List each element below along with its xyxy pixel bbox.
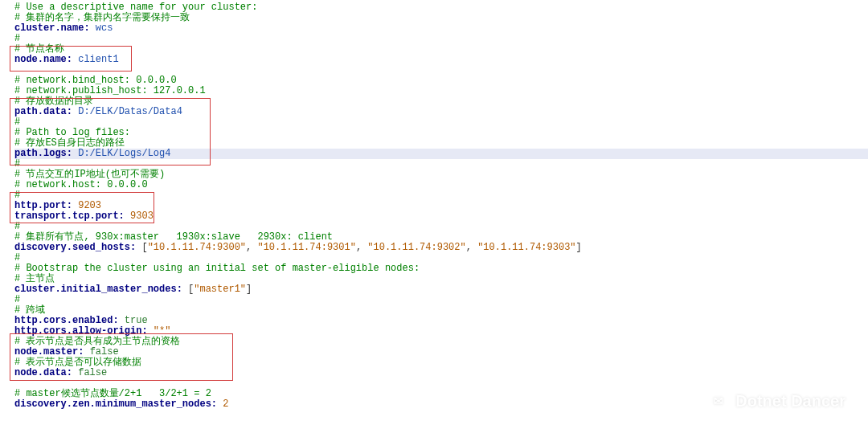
code-line: # 节点名称 xyxy=(14,44,868,55)
list-item: "10.1.11.74:9300" xyxy=(148,242,246,253)
code-line: # network.host: 0.0.0.0 xyxy=(14,180,868,190)
config-key: node.data: xyxy=(14,367,72,378)
config-editor: # Use a descriptive name for your cluste… xyxy=(0,0,868,410)
code-line: # Path to log files: xyxy=(14,128,868,138)
comment-text: # 存放ES自身日志的路径 xyxy=(14,137,125,149)
comment-text: # Use a descriptive name for your cluste… xyxy=(14,2,257,13)
config-value: 2 xyxy=(223,398,228,410)
list-item: "10.1.11.74:9303" xyxy=(477,242,575,253)
code-line: # xyxy=(14,117,868,128)
code-line: cluster.initial_master_nodes: ["master1"… xyxy=(14,284,868,295)
config-value: 9303 xyxy=(130,210,154,222)
comment-text: # 表示节点是否具有成为主节点的资格 xyxy=(14,336,180,347)
code-line: node.master: false xyxy=(14,347,868,358)
config-key: discovery.seed_hosts: xyxy=(14,242,136,253)
config-key: node.name: xyxy=(14,54,72,65)
comment-text: # network.host: 0.0.0.0 xyxy=(14,179,148,190)
comment-text: # xyxy=(14,33,20,44)
config-value: "*" xyxy=(154,325,171,337)
comment-text: # xyxy=(14,116,20,128)
code-line: # 集群的名字，集群内名字需要保持一致 xyxy=(14,13,868,23)
comment-text: # 集群所有节点, 930x:master 1930x:slave 2930x:… xyxy=(14,231,333,243)
comment-text: # xyxy=(14,294,20,305)
comment-text: # network.bind_host: 0.0.0.0 xyxy=(14,75,177,86)
code-line: node.name: client1 xyxy=(14,55,868,65)
config-key: http.cors.allow-origin: xyxy=(14,325,148,337)
list-item: "10.1.11.74:9301" xyxy=(257,242,355,253)
config-key: node.master: xyxy=(14,346,84,358)
config-key: path.logs: xyxy=(14,148,72,159)
comment-text: # 节点名称 xyxy=(14,43,64,55)
comment-text: # Path to log files: xyxy=(14,127,130,138)
code-line: discovery.seed_hosts: ["10.1.11.74:9300"… xyxy=(14,243,868,253)
code-line: # xyxy=(14,34,868,44)
config-key: cluster.name: xyxy=(14,22,90,34)
code-line: # xyxy=(14,190,868,201)
config-key: http.port: xyxy=(14,200,72,211)
list-item: "10.1.11.74:9302" xyxy=(367,242,465,253)
config-key: discovery.zen.minimum_master_nodes: xyxy=(14,398,217,410)
comment-text: # 表示节点是否可以存储数据 xyxy=(14,357,141,368)
code-line: # network.publish_host: 127.0.0.1 xyxy=(14,86,868,96)
config-value: false xyxy=(90,346,119,358)
comment-text: # xyxy=(14,221,20,232)
config-value: false xyxy=(78,367,107,378)
comment-text: # 集群的名字，集群内名字需要保持一致 xyxy=(14,12,190,23)
config-value: D:/ELK/Logs/Log4 xyxy=(78,148,170,159)
config-key: transport.tcp.port: xyxy=(14,210,125,222)
config-value: wcs xyxy=(96,22,113,34)
comment-text: # master候选节点数量/2+1 3/2+1 = 2 xyxy=(14,388,211,399)
config-value: D:/ELK/Datas/Data4 xyxy=(78,106,182,117)
config-key: path.data: xyxy=(14,106,72,117)
code-line: # Bootstrap the cluster using an initial… xyxy=(14,264,868,274)
comment-text: # 跨域 xyxy=(14,304,45,316)
wechat-icon: ✉ xyxy=(708,390,729,411)
code-line: path.logs: D:/ELK/Logs/Log4 xyxy=(14,149,868,159)
config-value: client1 xyxy=(78,54,118,65)
config-key: cluster.initial_master_nodes: xyxy=(14,284,182,295)
comment-text: # xyxy=(14,158,20,170)
comment-text: # Bootstrap the cluster using an initial… xyxy=(14,263,420,274)
code-line: cluster.name: wcs xyxy=(14,23,868,34)
config-value: true xyxy=(125,315,148,326)
comment-text: # network.publish_host: 127.0.0.1 xyxy=(14,85,206,96)
config-value: 9203 xyxy=(78,200,101,211)
watermark: ✉ Dotnet Dancer xyxy=(708,390,845,411)
list-item: "master1" xyxy=(194,284,246,295)
comment-text: # xyxy=(14,252,20,264)
config-key: http.cors.enabled: xyxy=(14,315,119,326)
comment-text: # 节点交互的IP地址(也可不需要) xyxy=(14,169,165,180)
code-line: # 表示节点是否可以存储数据 xyxy=(14,358,868,368)
code-line: path.data: D:/ELK/Datas/Data4 xyxy=(14,107,868,117)
comment-text: # 主节点 xyxy=(14,273,55,284)
code-line: node.data: false xyxy=(14,368,868,378)
code-line: # 表示节点是否具有成为主节点的资格 xyxy=(14,337,868,347)
code-line: # xyxy=(14,295,868,305)
code-line: transport.tcp.port: 9303 xyxy=(14,211,868,222)
comment-text: # xyxy=(14,190,20,201)
comment-text: # 存放数据的目录 xyxy=(14,96,93,107)
watermark-text: Dotnet Dancer xyxy=(735,396,845,407)
